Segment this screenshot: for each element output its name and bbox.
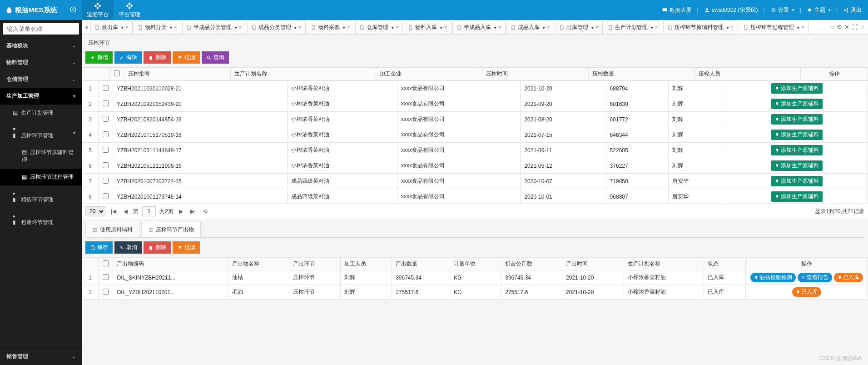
col-plan[interactable]: 生产计划名称	[230, 68, 376, 80]
add-material-badge[interactable]: 添加生产原辅料	[771, 130, 823, 140]
tab-close-icon[interactable]: ×	[239, 24, 242, 30]
table-row[interactable]: 3YZBH20210820144854-19小榨浓香菜籽油xxxx食品有限公司2…	[82, 112, 868, 127]
tab-close-icon[interactable]: ×	[347, 24, 350, 30]
table-row[interactable]: 1YZBH20211020110028-21小榨浓香菜籽油xxxx食品有限公司2…	[82, 81, 868, 96]
sidebar-item[interactable]: ▸ ▮精炼环节管理	[0, 185, 82, 208]
sidebar-item[interactable]: ▤生产计划管理	[0, 105, 82, 121]
filter-button-2[interactable]: 过滤	[173, 241, 200, 254]
sidebar-item[interactable]: ▤压榨环节过程管理	[0, 169, 82, 185]
row-checkbox[interactable]	[103, 193, 109, 199]
table-row[interactable]: 1OIL_SKINYZBH20211...油枯压榨环节刘辉396745.34KG…	[82, 270, 868, 285]
page-tab[interactable]: 出库管理×	[555, 20, 603, 34]
cancel-button[interactable]: 取消	[114, 241, 142, 254]
page-tab[interactable]: 压榨环节原辅料管理×	[663, 20, 738, 34]
col-unit[interactable]: 计量单位	[450, 258, 501, 270]
op-pill-report[interactable]: 查看报告	[798, 273, 832, 282]
row-checkbox[interactable]	[103, 162, 109, 168]
row-checkbox[interactable]	[103, 131, 109, 137]
row-checkbox[interactable]	[103, 85, 109, 91]
sidebar-item[interactable]: 物料管理⌄	[0, 54, 82, 71]
col-qty[interactable]: 压榨数量	[588, 68, 694, 80]
table-row[interactable]: 5YZBH20210611144848-17小榨浓香菜籽油xxxx食品有限公司2…	[82, 143, 868, 158]
settings-menu[interactable]: 设置	[770, 6, 794, 14]
col-plan[interactable]: 生产计划名称	[624, 258, 704, 270]
op-pill-inspect[interactable]: 油枯检验检测	[750, 273, 796, 282]
page-tab[interactable]: 成品分类管理×	[247, 20, 306, 34]
close-all-icon[interactable]: ✕	[844, 24, 849, 30]
page-size-select[interactable]: 20	[85, 206, 105, 216]
table-row[interactable]: 8YZBH20201001173746-14成品四级菜籽油xxxx食品有限公司2…	[82, 189, 868, 204]
fullscreen-icon[interactable]: ⛶	[852, 24, 858, 30]
page-tab[interactable]: 物料入库×	[404, 20, 451, 34]
subtab-materials[interactable]: 使用原料辅料	[85, 222, 139, 237]
page-tab[interactable]: 压榨环节过程管理×	[739, 20, 808, 34]
tab-close-icon[interactable]: ×	[547, 24, 550, 30]
collapse-sidebar-icon[interactable]	[70, 6, 76, 14]
menu-search-input[interactable]	[3, 23, 79, 35]
add-material-badge[interactable]: 添加生产原辅料	[771, 145, 823, 155]
edit-button[interactable]: 编辑	[114, 51, 142, 64]
col-batch[interactable]: 压榨批号	[124, 68, 231, 80]
row-checkbox[interactable]	[103, 147, 109, 153]
row-checkbox[interactable]	[103, 178, 109, 184]
tab-close-icon[interactable]: ×	[298, 24, 302, 30]
sidebar-item[interactable]: 仓储管理⌄	[0, 71, 82, 88]
pager-last[interactable]: ▶|	[188, 208, 198, 215]
col-person[interactable]: 加工人员	[341, 258, 392, 270]
col-code[interactable]: 产出物编码	[113, 258, 228, 270]
table-row[interactable]: 2OIL_YZBH202110201...毛油压榨环节刘辉275517.6KG2…	[82, 285, 868, 300]
col-status[interactable]: 状态	[704, 258, 745, 270]
op-pill-instock[interactable]: 已入库	[834, 273, 863, 282]
data-screen-link[interactable]: 数据大屏	[662, 6, 691, 14]
more-icon[interactable]: ≡	[861, 24, 864, 30]
pager-first[interactable]: |◀	[109, 208, 118, 215]
topnav-item[interactable]: 追溯平台	[82, 0, 114, 20]
add-material-badge[interactable]: 添加生产原辅料	[771, 114, 823, 125]
page-number-input[interactable]	[142, 206, 156, 216]
add-material-badge[interactable]: 添加生产原辅料	[771, 99, 823, 109]
pager-refresh[interactable]: ⟲	[201, 208, 209, 215]
query-button[interactable]: 查询	[202, 51, 229, 64]
row-checkbox[interactable]	[103, 100, 109, 106]
sidebar-item[interactable]: 生产加工管理▾	[0, 88, 82, 105]
page-tab[interactable]: 物料分类×	[134, 20, 181, 34]
tab-close-icon[interactable]: ×	[174, 24, 177, 30]
page-tab[interactable]: 物料采购×	[307, 20, 354, 34]
row-checkbox[interactable]	[103, 274, 109, 280]
add-button[interactable]: 新增	[85, 51, 113, 64]
page-tab[interactable]: 仓库管理×	[355, 20, 403, 34]
table-row[interactable]: 6YZBH20210512111906-16小榨浓香菜籽油xxxx食品有限公司2…	[82, 158, 868, 174]
pager-prev[interactable]: ◀	[122, 208, 129, 215]
sidebar-item[interactable]: ▾ ▮压榨环节管理▾	[0, 121, 82, 144]
select-all-checkbox-2[interactable]	[103, 260, 109, 266]
tab-close-icon[interactable]: ×	[498, 24, 501, 30]
col-company[interactable]: 加工企业	[376, 68, 482, 80]
save-button[interactable]: 保存	[85, 241, 113, 254]
page-tab[interactable]: 生产计划管理×	[604, 20, 662, 34]
op-pill-instock[interactable]: 已入库	[792, 287, 821, 297]
tab-close-icon[interactable]: ×	[125, 24, 129, 30]
select-all-checkbox[interactable]	[114, 70, 120, 76]
col-person[interactable]: 压榨人员	[694, 68, 801, 80]
add-material-badge[interactable]: 添加生产原辅料	[771, 160, 823, 171]
pager-next[interactable]: ▶	[177, 208, 185, 215]
logout-link[interactable]: 退出	[843, 6, 862, 14]
tab-close-icon[interactable]: ×	[444, 24, 447, 30]
tab-close-icon[interactable]: ×	[396, 24, 399, 30]
table-row[interactable]: 7YZBH20201007103724-15成品四级菜籽油xxxx食品有限公司2…	[82, 174, 868, 189]
col-time[interactable]: 产出时间	[562, 258, 624, 270]
filter-button[interactable]: 过滤	[173, 51, 200, 64]
refresh-icon[interactable]: ⟲	[837, 24, 842, 30]
table-row[interactable]: 4YZBH20210715170519-18小榨浓香菜籽油xxxx食品有限公司2…	[82, 127, 868, 143]
delete-button-2[interactable]: 删除	[144, 241, 171, 254]
col-qty[interactable]: 产出数量	[392, 258, 450, 270]
page-tab[interactable]: 成品入库×	[506, 20, 554, 34]
add-material-badge[interactable]: 添加生产原辅料	[771, 176, 823, 186]
row-checkbox[interactable]	[103, 116, 109, 122]
delete-button[interactable]: 删除	[144, 51, 171, 64]
sidebar-item-sales[interactable]: 销售管理 ⌄	[0, 348, 82, 365]
page-tab[interactable]: 发出库×	[90, 20, 133, 34]
tab-close-icon[interactable]: ×	[655, 24, 658, 30]
user-menu[interactable]: ewsd0002 (宋景民)	[704, 6, 758, 14]
table-row[interactable]: 2YZBH20210920152438-20小榨浓香菜籽油xxxx食品有限公司2…	[82, 96, 868, 112]
